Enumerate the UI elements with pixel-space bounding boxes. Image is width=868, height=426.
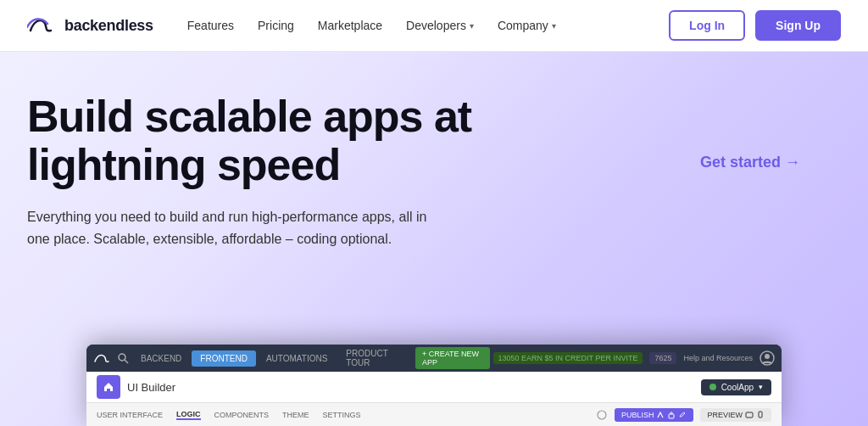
ui-builder-title: UI Builder	[127, 381, 175, 394]
login-button[interactable]: Log In	[669, 10, 745, 41]
hero-title: Build scalable apps at lightning speed	[27, 92, 553, 189]
svg-point-0	[119, 354, 125, 361]
app-logo-small	[93, 352, 110, 364]
hero-section: Build scalable apps at lightning speed E…	[0, 52, 868, 426]
edit-icon	[678, 411, 687, 419]
navbar: backendless Features Pricing Marketplace…	[0, 0, 868, 52]
nav-marketplace[interactable]: Marketplace	[318, 19, 382, 32]
hero-subtitle: Everything you need to build and run hig…	[27, 206, 434, 249]
chevron-down-icon: ▾	[470, 21, 474, 31]
preview-button[interactable]: PREVIEW	[700, 408, 771, 422]
app-tab-product-tour[interactable]: PRODUCT TOUR	[337, 345, 410, 371]
svg-rect-5	[669, 414, 674, 418]
app-content-bar: UI Builder CoolApp ▾	[86, 372, 782, 402]
app-preview: BACKEND FRONTEND AUTOMATIONS PRODUCT TOU…	[86, 345, 782, 426]
app-tab-backend[interactable]: BACKEND	[132, 350, 190, 367]
undo-icon[interactable]	[596, 409, 608, 421]
publish-button[interactable]: PUBLISH	[615, 408, 694, 422]
toolbar-tab-logic[interactable]: LOGIC	[176, 410, 201, 420]
nav-developers[interactable]: Developers ▾	[406, 19, 474, 32]
coolapp-badge[interactable]: CoolApp ▾	[701, 379, 771, 395]
svg-point-3	[765, 354, 770, 359]
svg-rect-6	[746, 412, 753, 418]
get-started-link[interactable]: Get started →	[700, 154, 800, 171]
toolbar-right: PUBLISH PREVIEW	[596, 408, 771, 422]
logo-text: backendless	[64, 17, 153, 35]
svg-point-4	[598, 411, 606, 419]
logo[interactable]: backendless	[27, 15, 153, 36]
preview-icon	[745, 411, 754, 419]
nav-buttons: Log In Sign Up	[669, 10, 841, 41]
user-avatar-icon[interactable]	[760, 350, 775, 366]
toolbar-tab-components[interactable]: COMPONENTS	[214, 411, 270, 419]
home-icon-btn[interactable]	[97, 375, 120, 399]
help-text[interactable]: Help and Resources	[683, 354, 753, 362]
status-dot	[709, 384, 716, 390]
toolbar-tab-theme[interactable]: THEME	[282, 411, 309, 419]
app-topbar: BACKEND FRONTEND AUTOMATIONS PRODUCT TOU…	[86, 345, 782, 372]
create-app-button[interactable]: + CREATE NEW APP	[415, 347, 490, 369]
svg-line-1	[125, 360, 128, 363]
logo-icon	[27, 15, 58, 36]
app-tab-frontend[interactable]: FRONTEND	[192, 350, 256, 367]
hero-content: Build scalable apps at lightning speed E…	[27, 92, 553, 250]
nav-company[interactable]: Company ▾	[498, 19, 556, 32]
app-tab-automations[interactable]: AUTOMATIONS	[258, 350, 336, 367]
app-right-info: 13050 EARN $5 IN CREDIT PER INVITE 7625 …	[493, 350, 775, 366]
toolbar-tab-ui[interactable]: USER INTERFACE	[97, 411, 163, 419]
app-search-icon[interactable]	[117, 352, 129, 364]
app-toolbar: USER INTERFACE LOGIC COMPONENTS THEME SE…	[86, 402, 782, 426]
points-badge: 7625	[649, 352, 676, 364]
signup-button[interactable]: Sign Up	[755, 10, 841, 41]
lock-icon	[667, 411, 676, 419]
credit-badge: 13050 EARN $5 IN CREDIT PER INVITE	[493, 352, 643, 364]
publish-icon	[656, 411, 665, 419]
home-icon	[103, 381, 114, 393]
chevron-down-icon: ▾	[759, 383, 763, 391]
mobile-icon	[756, 411, 765, 419]
svg-rect-7	[759, 412, 762, 418]
toolbar-tab-settings[interactable]: SETTINGS	[323, 411, 361, 419]
nav-features[interactable]: Features	[187, 19, 234, 32]
app-nav-tabs: BACKEND FRONTEND AUTOMATIONS PRODUCT TOU…	[132, 345, 490, 371]
nav-pricing[interactable]: Pricing	[258, 19, 294, 32]
nav-links: Features Pricing Marketplace Developers …	[187, 19, 669, 32]
app-name-label: CoolApp	[721, 383, 754, 392]
chevron-down-icon: ▾	[552, 21, 556, 31]
